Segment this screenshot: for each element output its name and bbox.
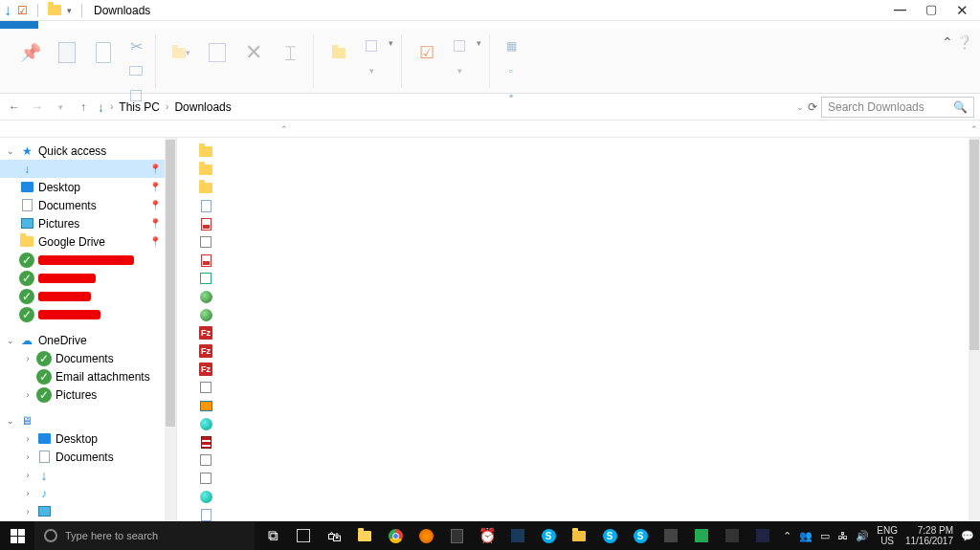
nav-quick-access[interactable]: ⌄ ★ Quick access — [0, 142, 176, 160]
forward-button[interactable]: → — [29, 99, 46, 116]
file-item-app[interactable] — [198, 489, 213, 504]
breadcrumb[interactable]: ↓ › This PC › Downloads — [98, 99, 791, 115]
file-item-filezilla[interactable]: Fz — [198, 362, 213, 377]
file-item-folder[interactable] — [198, 180, 213, 195]
content-scrollbar[interactable] — [969, 138, 980, 529]
recent-dropdown-icon[interactable]: ▾ — [52, 99, 69, 116]
nav-scroll-thumb[interactable] — [166, 140, 175, 427]
taskbar-explorer-icon[interactable] — [350, 521, 379, 550]
open-button[interactable] — [448, 34, 471, 57]
taskbar-alarm-icon[interactable]: ⏰ — [473, 521, 501, 550]
properties-button[interactable]: ☑ — [412, 34, 442, 71]
nav-pictures[interactable]: Pictures 📍 — [0, 214, 176, 232]
nav-desktop[interactable]: Desktop 📍 — [0, 178, 176, 196]
taskbar-app-icon[interactable] — [718, 521, 746, 550]
ribbon-tab-file[interactable] — [0, 21, 38, 29]
taskbar-skype-icon[interactable]: S — [595, 521, 624, 550]
qat-properties-icon[interactable]: ☑ — [17, 4, 28, 17]
qat-dropdown-icon[interactable]: ▾ — [67, 6, 72, 15]
content-scroll-thumb[interactable] — [969, 140, 979, 350]
file-item-folder[interactable] — [198, 143, 213, 159]
back-button[interactable]: ← — [6, 99, 23, 116]
taskbar-firefox-icon[interactable] — [412, 521, 440, 550]
nav-pc-documents[interactable]: › Documents — [0, 448, 176, 466]
select-none-button[interactable]: ▫ — [500, 59, 523, 82]
column-header[interactable]: ⌃ ⌃ — [0, 121, 980, 138]
taskbar-store-icon[interactable]: 🛍 — [320, 521, 348, 550]
qat-downloads-icon[interactable]: ↓ — [4, 2, 11, 19]
file-item-app[interactable] — [198, 452, 213, 468]
delete-button[interactable]: ✕ — [238, 34, 269, 71]
refresh-button[interactable]: ⟳ — [808, 100, 817, 114]
cut-button[interactable]: ✂ — [124, 34, 147, 57]
file-item-doc[interactable] — [198, 507, 213, 522]
file-item-pdf[interactable] — [198, 253, 213, 268]
move-to-button[interactable]: ▾ — [166, 34, 196, 71]
chevron-down-icon[interactable]: ⌄ — [6, 416, 15, 426]
copy-path-button[interactable] — [124, 59, 147, 82]
nav-downloads[interactable]: ↓ 📍 — [0, 160, 176, 178]
file-item-filezilla[interactable]: Fz — [198, 343, 213, 359]
new-folder-button[interactable] — [323, 34, 354, 71]
copy-to-button[interactable] — [202, 34, 233, 71]
paste-shortcut-button[interactable] — [124, 84, 147, 107]
file-item-app[interactable] — [198, 416, 213, 431]
file-item-app[interactable] — [198, 271, 213, 286]
new-item-button[interactable] — [360, 34, 383, 57]
taskbar-app-icon[interactable] — [748, 521, 777, 550]
tray-clock[interactable]: 7:28 PM 11/16/2017 — [905, 525, 953, 546]
pin-button[interactable]: 📌 — [15, 34, 46, 71]
chevron-right-icon[interactable]: › — [23, 489, 33, 498]
file-item-filezilla[interactable]: Fz — [198, 325, 213, 341]
address-dropdown-icon[interactable]: ⌄ — [796, 102, 804, 112]
tray-people-icon[interactable]: 👥 — [799, 530, 813, 542]
chevron-right-icon[interactable]: › — [23, 471, 33, 480]
taskbar-skype-icon[interactable]: S — [626, 521, 655, 550]
file-item-pdf[interactable] — [198, 216, 213, 231]
taskbar-calculator-icon[interactable] — [442, 521, 471, 550]
taskbar-app-icon[interactable] — [565, 521, 593, 550]
nav-redacted-item[interactable]: ✓ — [0, 269, 176, 287]
history-button[interactable]: ▾ — [448, 59, 471, 82]
nav-redacted-item[interactable]: ✓ — [0, 287, 176, 305]
chevron-down-icon[interactable]: ⌄ — [6, 146, 15, 156]
nav-onedrive[interactable]: ⌄ ☁ OneDrive — [0, 331, 176, 349]
nav-onedrive-pictures[interactable]: › ✓ Pictures — [0, 385, 176, 404]
up-button[interactable]: ↑ — [75, 99, 92, 116]
file-item-folder[interactable] — [198, 162, 213, 177]
collapse-ribbon-icon[interactable]: ⌃ — [942, 34, 953, 50]
nav-redacted-item[interactable]: ✓ — [0, 251, 176, 269]
select-all-button[interactable]: ▦ — [500, 34, 523, 57]
nav-pc-downloads[interactable]: › ↓ — [0, 466, 176, 484]
breadcrumb-sep-icon[interactable]: › — [166, 101, 168, 112]
close-button[interactable]: ✕ — [956, 2, 969, 19]
taskbar-app-icon[interactable] — [657, 521, 685, 550]
file-item-app[interactable] — [198, 234, 213, 250]
minimize-button[interactable]: — — [894, 2, 906, 19]
file-item-app[interactable] — [198, 307, 213, 322]
chevron-right-icon[interactable]: › — [23, 507, 33, 517]
qat-folder-icon[interactable] — [48, 5, 61, 15]
start-button[interactable] — [0, 521, 34, 550]
taskbar-app-icon[interactable] — [503, 521, 532, 550]
cortana-search[interactable]: Type here to search — [34, 521, 255, 550]
nav-scrollbar[interactable] — [165, 138, 176, 529]
tray-overflow-icon[interactable]: ⌃ — [783, 530, 791, 542]
task-view-icon[interactable]: ⧉ — [258, 521, 287, 550]
file-item-doc[interactable] — [198, 198, 213, 213]
content-pane[interactable]: Fz Fz Fz — [177, 138, 980, 529]
nav-redacted-item[interactable]: ✓ — [0, 305, 176, 323]
breadcrumb-sep-icon[interactable]: › — [110, 101, 113, 112]
easy-access-button[interactable]: ▾ — [360, 59, 383, 82]
taskbar-app-icon[interactable] — [289, 521, 318, 550]
chevron-right-icon[interactable]: › — [23, 452, 33, 462]
nav-pc-item[interactable]: › — [0, 502, 176, 520]
file-item-app[interactable] — [198, 380, 213, 395]
chevron-right-icon[interactable]: › — [23, 390, 33, 400]
taskbar-chrome-icon[interactable] — [381, 521, 410, 550]
new-dropdown-icon[interactable]: ▾ — [389, 38, 393, 48]
content-scroll-up-icon[interactable]: ⌃ — [970, 124, 978, 134]
rename-button[interactable]: ⌶ — [275, 34, 305, 71]
taskbar-app-icon[interactable] — [687, 521, 716, 550]
invert-selection-button[interactable]: ▪ — [500, 84, 523, 107]
